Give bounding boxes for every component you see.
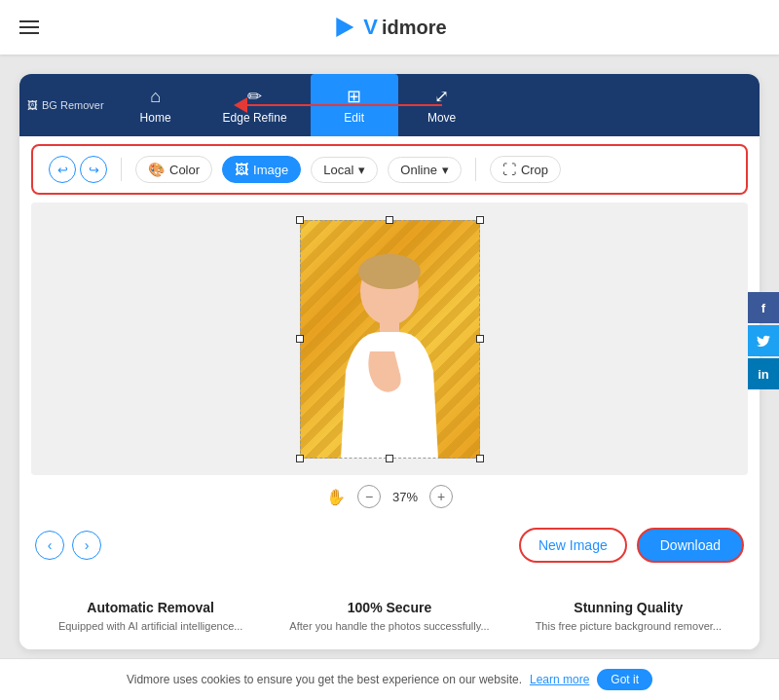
tab-move-label: Move bbox=[427, 111, 456, 125]
tab-move[interactable]: ⤢ Move bbox=[398, 74, 486, 136]
header: V idmore bbox=[0, 0, 779, 55]
redo-button[interactable]: ↪ bbox=[80, 156, 107, 183]
tab-home[interactable]: ⌂ Home bbox=[112, 74, 200, 136]
edge-refine-icon: ✏ bbox=[247, 86, 262, 107]
features-row: Automatic Removal Equipped with AI artif… bbox=[19, 584, 760, 649]
main-content: 🖼 BG Remover ⌂ Home ✏ Edge Refine ⊞ Edit… bbox=[0, 55, 779, 649]
cookie-text: Vidmore uses cookies to ensure you get t… bbox=[127, 673, 522, 686]
local-chevron-icon: ▾ bbox=[358, 163, 365, 177]
zoom-in-button[interactable]: + bbox=[429, 485, 453, 508]
tab-edit-label: Edit bbox=[344, 111, 364, 125]
prev-arrow-button[interactable]: ‹ bbox=[35, 531, 64, 560]
logo-v: V bbox=[363, 15, 378, 40]
twitter-button[interactable] bbox=[748, 325, 779, 356]
feature-quality-title: Stunning Quality bbox=[517, 600, 740, 615]
feature-secure-desc: After you handle the photos successfully… bbox=[278, 619, 501, 634]
tab-edit[interactable]: ⊞ Edit bbox=[311, 74, 398, 136]
nav-arrows: ‹ › bbox=[35, 531, 101, 560]
toolbar-separator-1 bbox=[121, 158, 122, 181]
feature-quality: Stunning Quality This free picture backg… bbox=[517, 600, 740, 634]
feature-automatic-desc: Equipped with AI artificial intelligence… bbox=[39, 619, 262, 634]
handle-top-left[interactable] bbox=[296, 216, 304, 224]
new-image-button[interactable]: New Image bbox=[519, 528, 627, 563]
toolbar-separator-2 bbox=[475, 158, 476, 181]
tab-edge-refine[interactable]: ✏ Edge Refine bbox=[200, 74, 311, 136]
handle-top-right[interactable] bbox=[476, 216, 484, 224]
zoom-out-icon: − bbox=[365, 489, 373, 504]
zoom-out-button[interactable]: − bbox=[357, 485, 381, 508]
bg-remover-label: BG Remover bbox=[42, 99, 104, 111]
feature-automatic-title: Automatic Removal bbox=[39, 600, 262, 615]
image-container[interactable] bbox=[300, 220, 480, 459]
image-button[interactable]: 🖼 Image bbox=[222, 156, 301, 183]
cookie-got-it-button[interactable]: Got it bbox=[597, 669, 652, 690]
cookie-bar: Vidmore uses cookies to ensure you get t… bbox=[0, 658, 779, 700]
handle-mid-left[interactable] bbox=[296, 335, 304, 343]
zoom-in-icon: + bbox=[437, 489, 445, 504]
twitter-icon bbox=[756, 333, 771, 349]
linkedin-button[interactable]: in bbox=[748, 358, 779, 389]
nav-tabs-bar: 🖼 BG Remover ⌂ Home ✏ Edge Refine ⊞ Edit… bbox=[19, 74, 760, 136]
tab-home-label: Home bbox=[140, 111, 171, 125]
image-icon: 🖼 bbox=[235, 162, 248, 177]
handle-bottom-mid[interactable] bbox=[386, 455, 393, 462]
canvas-area bbox=[31, 203, 748, 475]
color-button[interactable]: 🎨 Color bbox=[135, 156, 212, 183]
crop-icon: ⛶ bbox=[502, 162, 516, 177]
app-card: 🖼 BG Remover ⌂ Home ✏ Edge Refine ⊞ Edit… bbox=[19, 74, 760, 649]
feature-secure: 100% Secure After you handle the photos … bbox=[278, 600, 501, 634]
home-icon: ⌂ bbox=[150, 87, 161, 107]
online-label: Online bbox=[400, 163, 437, 177]
selection-border bbox=[300, 220, 480, 459]
social-sidebar: f in bbox=[748, 292, 779, 389]
zoom-controls: ✋ − 37% + bbox=[19, 475, 760, 518]
bg-remover-badge: 🖼 BG Remover bbox=[19, 74, 112, 136]
bg-remover-icon: 🖼 bbox=[27, 99, 38, 111]
logo-text: idmore bbox=[382, 17, 447, 39]
image-label: Image bbox=[253, 163, 288, 177]
local-label: Local bbox=[323, 163, 353, 177]
undo-redo-group: ↩ ↪ bbox=[49, 156, 107, 183]
handle-bottom-right[interactable] bbox=[476, 455, 484, 462]
move-icon: ⤢ bbox=[434, 86, 449, 107]
feature-secure-title: 100% Secure bbox=[278, 600, 501, 615]
crop-label: Crop bbox=[521, 163, 548, 177]
local-button[interactable]: Local ▾ bbox=[311, 157, 378, 183]
facebook-button[interactable]: f bbox=[748, 292, 779, 323]
next-arrow-button[interactable]: › bbox=[72, 531, 101, 560]
hamburger-menu[interactable] bbox=[19, 20, 39, 34]
handle-mid-right[interactable] bbox=[476, 335, 484, 343]
logo: V idmore bbox=[332, 14, 446, 41]
action-buttons: New Image Download bbox=[519, 528, 744, 563]
color-label: Color bbox=[169, 163, 200, 177]
zoom-value: 37% bbox=[392, 490, 418, 504]
svg-marker-0 bbox=[336, 18, 353, 37]
handle-top-mid[interactable] bbox=[386, 216, 393, 224]
cookie-learn-more-link[interactable]: Learn more bbox=[530, 673, 589, 686]
hand-tool-icon[interactable]: ✋ bbox=[326, 488, 346, 506]
handle-bottom-left[interactable] bbox=[296, 455, 304, 462]
crop-button[interactable]: ⛶ Crop bbox=[490, 156, 561, 183]
download-button[interactable]: Download bbox=[637, 528, 744, 563]
tab-edge-refine-label: Edge Refine bbox=[223, 111, 287, 125]
online-chevron-icon: ▾ bbox=[442, 163, 449, 177]
bottom-bar: ‹ › New Image Download bbox=[19, 518, 760, 576]
color-icon: 🎨 bbox=[148, 162, 165, 177]
feature-quality-desc: This free picture background remover... bbox=[517, 619, 740, 634]
undo-button[interactable]: ↩ bbox=[49, 156, 76, 183]
edit-icon: ⊞ bbox=[347, 86, 361, 107]
toolbar: ↩ ↪ 🎨 Color 🖼 Image Local ▾ Online ▾ bbox=[31, 144, 748, 195]
logo-icon bbox=[332, 14, 359, 41]
online-button[interactable]: Online ▾ bbox=[388, 157, 462, 183]
feature-automatic: Automatic Removal Equipped with AI artif… bbox=[39, 600, 262, 634]
